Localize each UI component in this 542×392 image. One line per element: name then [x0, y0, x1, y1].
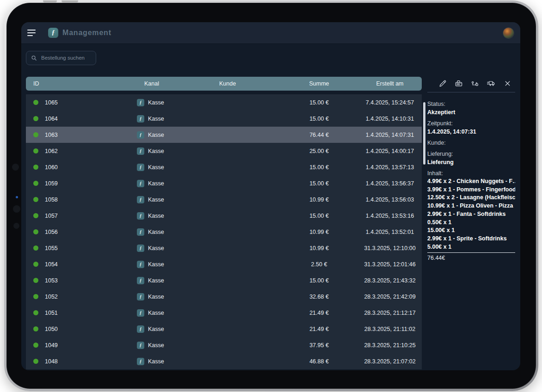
detail-field-label: Zeitpunkt:	[427, 119, 515, 128]
front-camera	[12, 164, 19, 171]
kanal-badge-icon: ƒ	[137, 325, 144, 333]
column-header-kanal[interactable]: Kanal	[137, 80, 212, 87]
delivery-truck-icon[interactable]	[486, 78, 496, 88]
detail-field: Zeitpunkt: 1.4.2025, 14:07:31	[427, 119, 515, 136]
row-id: 1053	[45, 277, 58, 284]
row-erstellt: 1.4.2025, 13:56:37	[358, 180, 422, 187]
kanal-badge-icon: ƒ	[137, 115, 144, 122]
table-row[interactable]: 1065 ƒ Kasse 15.00 € 7.4.2025, 15:24:57	[26, 94, 422, 110]
row-kanal-label: Kasse	[148, 164, 164, 171]
detail-field-label: Status:	[427, 100, 515, 108]
user-avatar[interactable]	[503, 28, 514, 38]
table-row[interactable]: 1048 ƒ Kasse 46.88 € 28.3.2025, 21:07:02	[26, 353, 422, 369]
row-id: 1064	[45, 116, 58, 122]
column-header-kunde[interactable]: Kunde	[212, 80, 280, 87]
order-status-dot	[33, 262, 38, 267]
row-erstellt: 28.3.2025, 21:42:09	[358, 294, 422, 300]
orders-table: ID Kanal Kunde Summe Erstellt am 1065 ƒ …	[26, 77, 422, 370]
screenshot-stage: ƒ Management	[0, 0, 542, 392]
row-kanal-label: Kasse	[148, 99, 164, 106]
row-summe: 76.44 €	[280, 132, 358, 138]
row-summe: 15.00 €	[280, 164, 358, 171]
row-erstellt: 28.3.2025, 21:12:17	[358, 310, 422, 316]
order-status-dot	[33, 165, 38, 170]
detail-field-value: Lieferung	[427, 158, 515, 166]
column-header-erstellt[interactable]: Erstellt am	[358, 80, 422, 87]
order-status-dot	[33, 310, 38, 315]
table-row[interactable]: 1054 ƒ Kasse 2.50 € 31.3.2025, 12:01:46	[26, 256, 422, 272]
row-kanal-label: Kasse	[148, 310, 164, 316]
order-total: 76.44€	[427, 252, 515, 262]
hamburger-menu-icon[interactable]	[27, 28, 39, 38]
inhalt-items: 4.99€ x 2 - Chicken Nuggets - F…3.99€ x …	[427, 178, 515, 251]
row-summe: 10.99 €	[280, 196, 358, 203]
row-summe: 21.49 €	[280, 326, 358, 332]
row-erstellt: 31.3.2025, 12:10:00	[358, 245, 422, 251]
detail-field: Lieferung: Lieferung	[427, 150, 515, 166]
row-erstellt: 28.3.2025, 21:10:25	[358, 342, 422, 349]
table-row[interactable]: 1057 ƒ Kasse 15.00 € 1.4.2025, 13:53:16	[26, 208, 422, 224]
order-status-dot	[33, 294, 38, 299]
row-summe: 15.00 €	[280, 99, 358, 106]
table-row[interactable]: 1064 ƒ Kasse 15.00 € 1.4.2025, 14:10:31	[26, 110, 422, 127]
kanal-badge-icon: ƒ	[137, 164, 144, 171]
row-id: 1055	[45, 245, 58, 251]
inhalt-item: 12.50€ x 2 - Lasagne (Hackfleisc…	[427, 194, 515, 202]
table-row[interactable]: 1051 ƒ Kasse 21.49 € 28.3.2025, 21:12:17	[26, 305, 422, 321]
table-row[interactable]: 1056 ƒ Kasse 10.99 € 1.4.2025, 13:52:01	[26, 224, 422, 240]
kanal-badge-icon: ƒ	[137, 228, 144, 236]
edit-icon[interactable]	[437, 78, 448, 88]
table-row[interactable]: 1052 ƒ Kasse 32.68 € 28.3.2025, 21:42:09	[26, 288, 422, 305]
inhalt-item: 5.00€ x 1	[427, 243, 515, 251]
row-summe: 10.99 €	[280, 245, 358, 251]
row-erstellt: 1.4.2025, 13:52:01	[358, 229, 422, 235]
table-row[interactable]: 1058 ƒ Kasse 10.99 € 1.4.2025, 13:56:03	[26, 191, 422, 208]
inhalt-item: 10.99€ x 1 - Pizza Oliven - Pizza	[427, 202, 515, 210]
tablet-frame: ƒ Management	[4, 0, 538, 391]
power-button	[43, 0, 57, 2]
table-body: 1065 ƒ Kasse 15.00 € 7.4.2025, 15:24:57 …	[26, 94, 422, 369]
inhalt-item: 3.99€ x 1 - Pommes - Fingerfood	[427, 186, 515, 194]
row-id: 1065	[45, 99, 58, 106]
table-row[interactable]: 1059 ƒ Kasse 15.00 € 1.4.2025, 13:56:37	[26, 175, 422, 191]
row-summe: 15.00 €	[280, 277, 358, 284]
search-icon	[31, 55, 37, 61]
row-kanal-label: Kasse	[148, 245, 164, 251]
detail-field-label: Lieferung:	[427, 150, 515, 158]
row-kanal-label: Kasse	[148, 342, 164, 349]
row-summe: 25.00 €	[280, 148, 358, 154]
cash-register-icon[interactable]	[454, 78, 464, 88]
row-id: 1060	[45, 164, 58, 171]
column-header-id[interactable]: ID	[26, 80, 137, 87]
kanal-badge-icon: ƒ	[137, 180, 144, 187]
row-erstellt: 1.4.2025, 14:07:31	[358, 132, 422, 138]
close-icon[interactable]	[502, 78, 512, 88]
kanal-badge-icon: ƒ	[137, 196, 144, 203]
row-id: 1063	[45, 132, 58, 138]
row-id: 1052	[45, 294, 58, 300]
search-box[interactable]	[26, 51, 96, 65]
table-row[interactable]: 1063 ƒ Kasse 76.44 € 1.4.2025, 14:07:31	[26, 127, 422, 143]
table-row[interactable]: 1055 ƒ Kasse 10.99 € 31.3.2025, 12:10:00	[26, 240, 422, 256]
table-scrollbar[interactable]	[423, 102, 425, 165]
column-header-summe[interactable]: Summe	[280, 80, 358, 87]
table-row[interactable]: 1049 ƒ Kasse 37.95 € 28.3.2025, 21:10:25	[26, 337, 422, 353]
row-id: 1054	[45, 261, 58, 268]
row-erstellt: 28.3.2025, 21:43:32	[358, 277, 422, 284]
main-content: ID Kanal Kunde Summe Erstellt am 1065 ƒ …	[21, 72, 520, 370]
inhalt-item: 15.00€ x 1	[427, 227, 515, 235]
detail-field-value: Akzeptiert	[427, 108, 515, 116]
row-summe: 15.00 €	[280, 213, 358, 219]
kanal-badge-icon: ƒ	[137, 131, 144, 139]
row-erstellt: 1.4.2025, 13:57:13	[358, 164, 422, 171]
search-input[interactable]	[41, 55, 92, 61]
row-summe: 2.50 €	[280, 261, 358, 268]
row-id: 1058	[45, 196, 58, 203]
table-row[interactable]: 1062 ƒ Kasse 25.00 € 1.4.2025, 14:00:17	[26, 143, 422, 159]
row-summe: 10.99 €	[280, 229, 358, 235]
table-row[interactable]: 1050 ƒ Kasse 21.49 € 28.3.2025, 21:11:02	[26, 321, 422, 337]
row-kanal-label: Kasse	[148, 277, 164, 284]
table-row[interactable]: 1060 ƒ Kasse 15.00 € 1.4.2025, 13:57:13	[26, 159, 422, 175]
table-row[interactable]: 1053 ƒ Kasse 15.00 € 28.3.2025, 21:43:32	[26, 272, 422, 288]
scooter-icon[interactable]	[470, 78, 480, 88]
